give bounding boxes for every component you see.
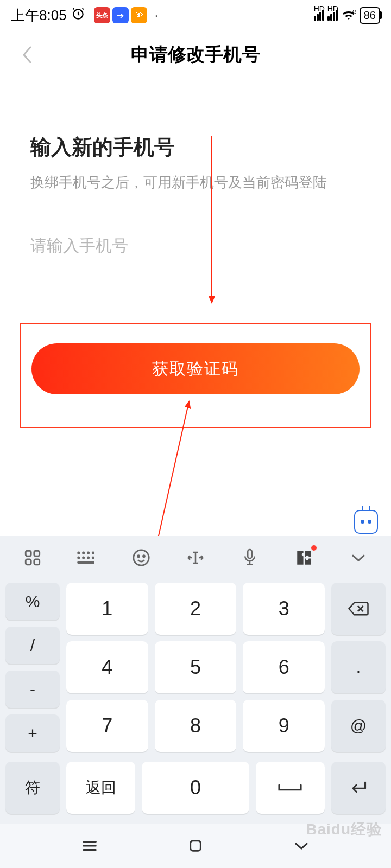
signal-1: HD [314, 10, 324, 21]
emoji-icon[interactable] [122, 544, 160, 571]
puzzle-icon[interactable] [285, 544, 323, 571]
key-space[interactable] [256, 762, 325, 814]
svg-point-17 [134, 550, 149, 565]
key-at[interactable]: @ [331, 700, 386, 752]
svg-point-15 [92, 556, 94, 559]
section-heading: 输入新的手机号 [30, 133, 361, 161]
status-right: HD HD 46 86 [314, 7, 380, 24]
key-7[interactable]: 7 [66, 700, 148, 752]
key-enter[interactable] [331, 762, 386, 814]
apps-icon[interactable] [14, 544, 52, 571]
status-app-icons: 头条 ➔ 👁 [94, 7, 147, 23]
svg-point-11 [92, 552, 94, 554]
key-0[interactable]: 0 [142, 762, 249, 814]
phone-input[interactable] [30, 237, 361, 255]
key-6[interactable]: 6 [243, 641, 325, 693]
ai-assistant-icon[interactable] [354, 510, 378, 534]
svg-point-13 [82, 556, 85, 559]
svg-rect-7 [34, 559, 40, 565]
battery-icon: 86 [360, 7, 380, 24]
app-icon-blue: ➔ [112, 7, 129, 23]
svg-rect-5 [34, 551, 40, 556]
app-icon-weibo: 👁 [131, 7, 147, 23]
svg-point-14 [87, 556, 90, 559]
key-backspace[interactable] [331, 583, 386, 635]
app-icon-toutiao: 头条 [94, 7, 110, 23]
keypad-grid: % / - + 1 2 3 4 5 6 7 8 9 [0, 579, 391, 762]
keypad-bottom-row: 符 返回 0 [0, 762, 391, 824]
svg-rect-24 [191, 841, 201, 851]
page-title: 申请修改手机号 [0, 42, 391, 67]
svg-rect-4 [26, 551, 31, 556]
keyboard-layout-icon[interactable] [68, 544, 106, 571]
key-symbols[interactable]: 符 [5, 762, 60, 814]
key-dot[interactable]: . [331, 641, 386, 693]
home-button[interactable] [179, 835, 212, 857]
key-9[interactable]: 9 [243, 700, 325, 752]
get-code-button[interactable]: 获取验证码 [31, 343, 360, 394]
svg-point-18 [138, 556, 140, 557]
svg-rect-16 [77, 561, 94, 564]
collapse-keyboard-icon[interactable] [339, 544, 377, 571]
svg-point-12 [77, 556, 80, 559]
key-return[interactable]: 返回 [66, 762, 135, 814]
status-dot: · [155, 7, 159, 24]
alarm-icon [71, 7, 85, 24]
phone-input-wrap [30, 237, 361, 263]
keyboard-toolbar [0, 536, 391, 579]
content-area: 输入新的手机号 换绑手机号之后，可用新手机号及当前密码登陆 获取验证码 [0, 79, 391, 428]
back-nav-button[interactable] [285, 835, 318, 857]
key-minus[interactable]: - [5, 671, 60, 708]
keyboard: % / - + 1 2 3 4 5 6 7 8 9 [0, 536, 391, 824]
recents-button[interactable] [73, 835, 106, 857]
cursor-icon[interactable] [176, 544, 215, 571]
key-1[interactable]: 1 [66, 583, 148, 635]
svg-text:46: 46 [351, 9, 356, 15]
status-bar: 上午8:05 头条 ➔ 👁 · HD HD 46 86 [0, 0, 391, 30]
key-4[interactable]: 4 [66, 641, 148, 693]
svg-rect-20 [248, 550, 252, 558]
key-slash[interactable]: / [5, 627, 60, 664]
signal-2: HD [327, 10, 338, 21]
wifi-icon: 46 [341, 8, 356, 23]
key-plus[interactable]: + [5, 714, 60, 752]
system-nav-bar [0, 824, 391, 868]
svg-point-9 [82, 552, 85, 554]
section-subtext: 换绑手机号之后，可用新手机号及当前密码登陆 [30, 172, 361, 193]
key-percent[interactable]: % [5, 583, 60, 620]
key-2[interactable]: 2 [155, 583, 237, 635]
mic-icon[interactable] [231, 544, 269, 571]
key-8[interactable]: 8 [155, 700, 237, 752]
back-button[interactable] [16, 44, 38, 66]
key-3[interactable]: 3 [243, 583, 325, 635]
svg-point-8 [77, 552, 80, 554]
svg-point-19 [143, 556, 145, 557]
status-left: 上午8:05 头条 ➔ 👁 · [11, 6, 159, 25]
svg-point-10 [87, 552, 90, 554]
key-5[interactable]: 5 [155, 641, 237, 693]
status-time: 上午8:05 [11, 6, 67, 25]
svg-rect-6 [26, 559, 31, 565]
nav-header: 申请修改手机号 [0, 30, 391, 79]
annotation-box: 获取验证码 [20, 323, 371, 428]
